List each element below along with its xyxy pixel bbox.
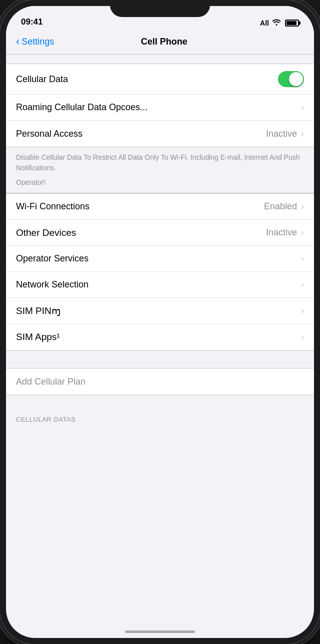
- personal-access-chevron-icon: ›: [301, 129, 304, 139]
- operator-section: Wi-Fi Connections Enabled › Other Device…: [6, 193, 314, 351]
- wifi-connections-row[interactable]: Wi-Fi Connections Enabled ›: [6, 194, 314, 220]
- top-gap: [6, 55, 314, 64]
- wifi-connections-label: Wi-Fi Connections: [16, 201, 264, 212]
- network-selection-chevron-icon: ›: [301, 279, 304, 290]
- nav-bar: ‹ Settings Cell Phone: [6, 31, 314, 55]
- operator-services-label: Operator Services: [16, 253, 301, 264]
- other-devices-chevron-icon: ›: [301, 227, 304, 238]
- personal-access-label: Personal Access: [16, 129, 266, 139]
- network-selection-row[interactable]: Network Selection ›: [6, 272, 314, 298]
- roaming-label: Roaming Cellular Data Opcoes...: [16, 102, 301, 113]
- sim-pin-label: SIM PINɱ: [16, 305, 301, 316]
- back-label: Settings: [22, 37, 54, 47]
- cellular-data-row[interactable]: Cellular Data: [6, 64, 314, 95]
- personal-access-value: Inactive: [266, 129, 297, 139]
- wifi-connections-value: Enabled: [264, 201, 297, 212]
- bottom-gap: [6, 395, 314, 413]
- status-icons: All: [260, 19, 299, 27]
- description-section: Disable Cellular Data To Restrict All Da…: [6, 147, 314, 193]
- sim-apps-row[interactable]: SIM Apps¹ ›: [6, 324, 314, 350]
- add-cellular-plan-row[interactable]: Add Cellular Plan: [6, 369, 314, 395]
- network-selection-label: Network Selection: [16, 279, 301, 290]
- other-devices-value: Inactive: [266, 227, 297, 238]
- mid-gap: [6, 351, 314, 368]
- signal-strength: All: [260, 19, 269, 27]
- operator-services-chevron-icon: ›: [301, 253, 304, 264]
- wifi-connections-chevron-icon: ›: [301, 201, 304, 212]
- operator-label: Operator\: [16, 177, 304, 188]
- other-devices-label: Other Devices: [16, 227, 266, 238]
- add-cellular-plan-label: Add Cellular Plan: [16, 377, 304, 387]
- sim-pin-chevron-icon: ›: [301, 305, 304, 316]
- personal-access-row[interactable]: Personal Access Inactive ›: [6, 121, 314, 147]
- status-time: 09:41: [21, 17, 260, 27]
- notch: [110, 0, 210, 17]
- screen: 09:41 All ‹ Settings: [6, 6, 314, 638]
- sim-pin-row[interactable]: SIM PINɱ ›: [6, 298, 314, 324]
- add-plan-section: Add Cellular Plan: [6, 368, 314, 395]
- description-text: Disable Cellular Data To Restrict All Da…: [16, 152, 304, 173]
- roaming-chevron-icon: ›: [301, 102, 304, 113]
- other-devices-row[interactable]: Other Devices Inactive ›: [6, 220, 314, 246]
- cellular-data-toggle[interactable]: [278, 71, 304, 87]
- cellular-data-label: Cellular Data: [16, 74, 278, 85]
- page-title: Cell Phone: [54, 37, 274, 47]
- footer-label: CELLULAR DATAS: [16, 416, 76, 423]
- phone-frame: 09:41 All ‹ Settings: [0, 0, 320, 644]
- operator-services-row[interactable]: Operator Services ›: [6, 246, 314, 272]
- sim-apps-chevron-icon: ›: [301, 332, 304, 343]
- section-footer: CELLULAR DATAS: [6, 413, 314, 428]
- cellular-data-section: Cellular Data Roaming Cellular Data Opco…: [6, 64, 314, 147]
- content-area: Cellular Data Roaming Cellular Data Opco…: [6, 55, 314, 631]
- battery-icon: [285, 20, 299, 27]
- home-indicator: [125, 630, 195, 633]
- back-chevron-icon: ‹: [16, 35, 20, 48]
- sim-apps-label: SIM Apps¹: [16, 332, 301, 343]
- wifi-icon: [272, 19, 281, 27]
- roaming-row[interactable]: Roaming Cellular Data Opcoes... ›: [6, 95, 314, 121]
- back-button[interactable]: ‹ Settings: [16, 35, 54, 48]
- toggle-knob: [289, 72, 303, 86]
